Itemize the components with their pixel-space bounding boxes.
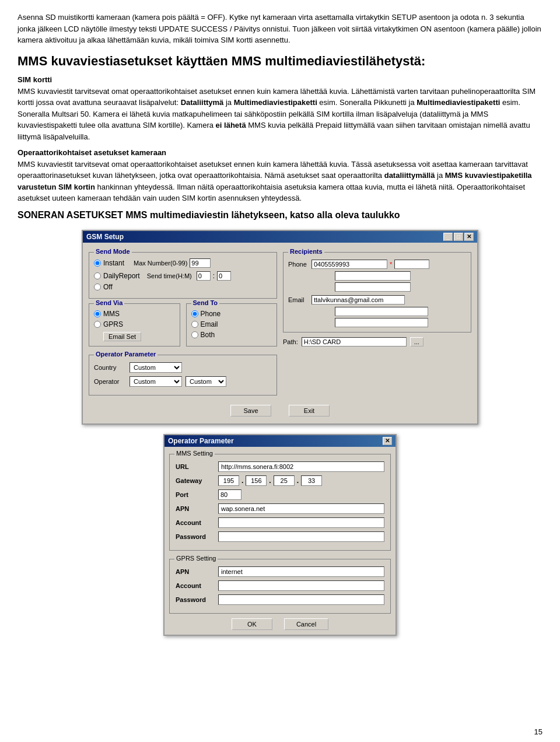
gprs-radio[interactable]	[94, 321, 101, 328]
port-input[interactable]	[218, 489, 242, 500]
country-select[interactable]: Custom	[130, 362, 182, 373]
path-label: Path:	[283, 338, 298, 345]
recipients-label: Recipients	[288, 248, 324, 255]
maximize-button[interactable]: □	[454, 233, 463, 241]
ok-button[interactable]: OK	[232, 618, 272, 630]
max-number-input[interactable]	[190, 258, 211, 268]
gateway-label: Gateway	[176, 477, 214, 484]
mms-apn-label: APN	[176, 505, 214, 512]
phone-radio[interactable]	[191, 310, 198, 317]
url-input[interactable]	[218, 461, 384, 472]
send-time-label: Send time(H:M)	[147, 272, 192, 279]
path-input[interactable]	[302, 337, 407, 346]
operator-param-dialog: Operator Parameter ✕ MMS Setting URL Gat…	[163, 434, 397, 636]
minimize-button[interactable]: _	[443, 233, 453, 241]
email-label: Email	[201, 320, 218, 328]
mms-password-label: Password	[176, 533, 214, 540]
phone-input-extra1[interactable]	[394, 260, 429, 269]
close-button[interactable]: ✕	[464, 233, 474, 241]
country-label: Country	[94, 364, 126, 371]
phone-input-3[interactable]	[335, 282, 411, 292]
daily-report-label: DailyReport	[103, 272, 140, 280]
send-time-m-input[interactable]	[217, 271, 231, 281]
exit-button[interactable]: Exit	[289, 405, 330, 416]
off-label: Off	[103, 283, 113, 291]
mms-apn-input[interactable]	[218, 503, 384, 514]
time-separator: :	[213, 272, 215, 280]
operator-label: Operator	[94, 378, 126, 385]
send-via-label: Send Via	[94, 299, 124, 306]
cancel-button[interactable]: Cancel	[284, 618, 328, 630]
mms-account-label: Account	[176, 519, 214, 526]
browse-button[interactable]: ...	[410, 337, 424, 346]
mms-radio[interactable]	[94, 310, 101, 317]
save-button[interactable]: Save	[230, 405, 271, 416]
instant-label: Instant	[103, 259, 124, 267]
max-number-label: Max Number(0-99)	[134, 260, 187, 267]
send-time-h-input[interactable]	[197, 271, 211, 281]
sonera-section-title: SONERAN ASETUKSET MMS multimediaviestin …	[18, 210, 542, 220]
gprs-password-label: Password	[176, 596, 214, 603]
gprs-password-input[interactable]	[218, 594, 384, 605]
gateway-octet-2[interactable]	[246, 475, 267, 486]
both-label: Both	[201, 331, 215, 339]
required-star: *	[390, 261, 392, 268]
send-to-group: Send To Phone Email	[186, 303, 278, 346]
operator-param-group: Operator Parameter Country Custom Operat…	[89, 355, 277, 396]
phone-input-2[interactable]	[335, 271, 411, 281]
send-mode-label: Send Mode	[94, 248, 132, 255]
op-dialog-buttons: OK Cancel	[169, 618, 391, 630]
email-field-label: Email	[288, 296, 309, 303]
email-input-2[interactable]	[335, 307, 428, 316]
paragraph-1: Asenna SD muistikortti kameraan (kamera …	[18, 12, 542, 46]
gprs-account-label: Account	[176, 582, 214, 589]
operator-select2[interactable]: Custom	[186, 376, 226, 387]
email-radio[interactable]	[191, 321, 198, 328]
sim-section-text: SIM kortti MMS kuvaviestit tarvitsevat o…	[18, 74, 542, 142]
operator-select[interactable]: Custom	[130, 376, 182, 387]
send-via-group: Send Via MMS GPRS Email Set	[89, 303, 180, 346]
gprs-apn-label: APN	[176, 568, 214, 575]
gateway-octet-4[interactable]	[301, 475, 322, 486]
dot-3: .	[297, 477, 299, 485]
daily-report-radio[interactable]	[94, 272, 101, 279]
gprs-setting-label: GPRS Setting	[174, 555, 218, 562]
off-radio[interactable]	[94, 284, 101, 290]
port-label: Port	[176, 491, 214, 498]
op-close-button[interactable]: ✕	[383, 437, 392, 445]
operator-param-label: Operator Parameter	[94, 351, 158, 358]
gsm-dialog-titlebar: GSM Setup _ □ ✕	[83, 231, 477, 243]
gsm-dialog-title: GSM Setup	[86, 233, 124, 241]
mms-label: MMS	[103, 310, 120, 318]
phone-field-label: Phone	[288, 261, 309, 268]
gprs-setting-section: GPRS Setting APN Account Password	[169, 559, 391, 614]
phone-input-1[interactable]	[312, 260, 387, 269]
phone-label: Phone	[201, 310, 221, 318]
instant-radio[interactable]	[94, 260, 101, 267]
page-title: MMS kuvaviestiasetukset käyttäen MMS mul…	[18, 53, 542, 70]
dot-1: .	[242, 477, 243, 485]
mms-setting-label: MMS Setting	[174, 450, 215, 457]
op-dialog-titlebar: Operator Parameter ✕	[164, 435, 396, 447]
email-input-1[interactable]	[312, 295, 405, 304]
email-input-3[interactable]	[335, 318, 428, 327]
email-set-button[interactable]: Email Set	[103, 332, 141, 341]
both-radio[interactable]	[191, 331, 198, 338]
operator-section-text: Operaattorikohtaiset asetukset kameraan …	[18, 147, 542, 204]
gprs-account-input[interactable]	[218, 580, 384, 591]
url-label: URL	[176, 463, 214, 470]
gprs-label: GPRS	[103, 320, 123, 328]
mms-password-input[interactable]	[218, 531, 384, 542]
gateway-octet-1[interactable]	[218, 475, 239, 486]
gsm-setup-dialog: GSM Setup _ □ ✕ Send Mode	[82, 230, 478, 425]
gateway-octet-3[interactable]	[274, 475, 295, 486]
send-to-label: Send To	[191, 299, 220, 306]
mms-setting-section: MMS Setting URL Gateway . . .	[169, 454, 391, 551]
mms-account-input[interactable]	[218, 517, 384, 528]
gateway-inputs: . . .	[218, 475, 322, 486]
recipients-group: Recipients Phone *	[283, 252, 471, 332]
dot-2: .	[269, 477, 271, 485]
path-section: Path: ...	[283, 337, 471, 346]
op-dialog-title: Operator Parameter	[168, 437, 234, 445]
gprs-apn-input[interactable]	[218, 566, 384, 577]
